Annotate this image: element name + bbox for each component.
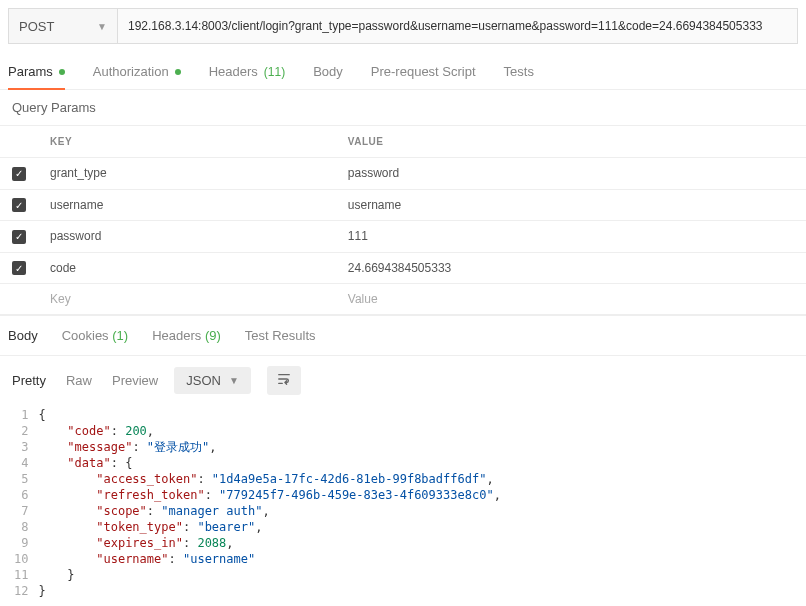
chevron-down-icon: ▼ [97, 21, 107, 32]
query-params-table: KEY VALUE ✓grant_typepassword✓usernameus… [0, 125, 806, 315]
col-value: VALUE [336, 126, 806, 158]
response-tab-tests[interactable]: Test Results [245, 328, 316, 343]
url-input[interactable]: 192.168.3.14:8003/client/login?grant_typ… [118, 8, 798, 44]
format-select[interactable]: JSON▼ [174, 367, 251, 394]
request-tabs: Params Authorization Headers (11) Body P… [0, 52, 806, 90]
param-key[interactable]: username [38, 189, 336, 221]
table-row: ✓grant_typepassword [0, 158, 806, 190]
table-row: ✓code24.6694384505333 [0, 252, 806, 284]
param-key[interactable]: password [38, 221, 336, 253]
view-preview[interactable]: Preview [112, 373, 158, 388]
tab-headers[interactable]: Headers (11) [209, 52, 285, 89]
checkbox-icon[interactable]: ✓ [12, 261, 26, 275]
new-value-input[interactable]: Value [336, 284, 806, 315]
response-body: 123456789101112 { "code": 200, "message"… [0, 405, 806, 606]
line-gutter: 123456789101112 [0, 405, 38, 601]
checkbox-icon[interactable]: ✓ [12, 230, 26, 244]
tab-tests[interactable]: Tests [504, 52, 534, 89]
params-indicator-dot [59, 69, 65, 75]
tab-authorization[interactable]: Authorization [93, 52, 181, 89]
response-tabs: Body Cookies (1) Headers (9) Test Result… [0, 315, 806, 356]
checkbox-icon[interactable]: ✓ [12, 198, 26, 212]
param-key[interactable]: grant_type [38, 158, 336, 190]
table-row-new: KeyValue [0, 284, 806, 315]
json-code[interactable]: { "code": 200, "message": "登录成功", "data"… [38, 405, 500, 601]
wrap-lines-icon[interactable] [267, 366, 301, 395]
response-toolbar: Pretty Raw Preview JSON▼ [0, 356, 806, 405]
response-tab-body[interactable]: Body [8, 328, 38, 343]
param-value[interactable]: 111 [336, 221, 806, 253]
table-row: ✓usernameusername [0, 189, 806, 221]
chevron-down-icon: ▼ [229, 375, 239, 386]
checkbox-icon[interactable]: ✓ [12, 167, 26, 181]
http-method-select[interactable]: POST ▼ [8, 8, 118, 44]
col-check [0, 126, 38, 158]
table-row: ✓password111 [0, 221, 806, 253]
param-value[interactable]: 24.6694384505333 [336, 252, 806, 284]
http-method-label: POST [19, 19, 54, 34]
url-text: 192.168.3.14:8003/client/login?grant_typ… [128, 19, 762, 33]
response-tab-cookies[interactable]: Cookies (1) [62, 328, 128, 343]
view-mode-tabs: Pretty Raw Preview [12, 373, 158, 388]
view-raw[interactable]: Raw [66, 373, 92, 388]
query-params-title: Query Params [0, 90, 806, 125]
param-value[interactable]: username [336, 189, 806, 221]
view-pretty[interactable]: Pretty [12, 373, 46, 388]
new-key-input[interactable]: Key [38, 284, 336, 315]
request-bar: POST ▼ 192.168.3.14:8003/client/login?gr… [0, 0, 806, 52]
response-tab-headers[interactable]: Headers (9) [152, 328, 221, 343]
tab-params[interactable]: Params [8, 52, 65, 89]
param-key[interactable]: code [38, 252, 336, 284]
tab-prerequest[interactable]: Pre-request Script [371, 52, 476, 89]
col-key: KEY [38, 126, 336, 158]
auth-indicator-dot [175, 69, 181, 75]
tab-body[interactable]: Body [313, 52, 343, 89]
param-value[interactable]: password [336, 158, 806, 190]
